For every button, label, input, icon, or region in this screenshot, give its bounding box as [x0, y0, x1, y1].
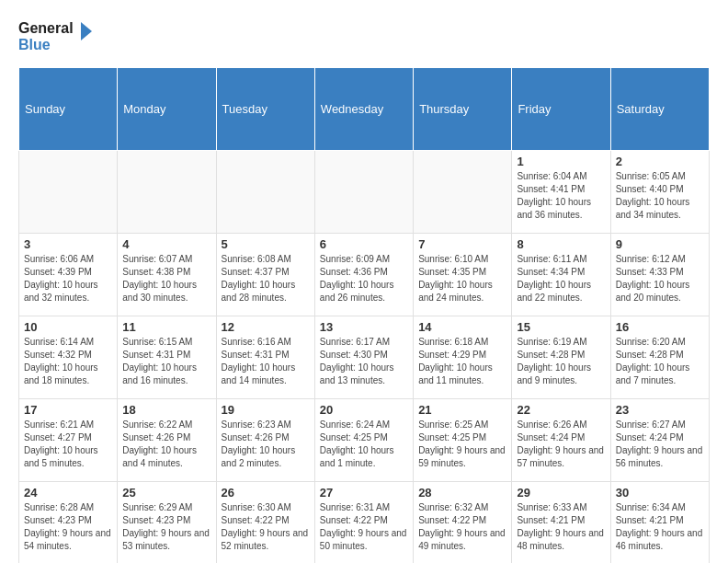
calendar-cell: 4Sunrise: 6:07 AM Sunset: 4:38 PM Daylig… [118, 234, 216, 316]
day-info: Sunrise: 6:15 AM Sunset: 4:31 PM Dayligh… [122, 336, 210, 387]
calendar-cell: 23Sunrise: 6:27 AM Sunset: 4:24 PM Dayli… [610, 399, 709, 482]
calendar-cell: 17Sunrise: 6:21 AM Sunset: 4:27 PM Dayli… [19, 399, 118, 482]
calendar-week-4: 17Sunrise: 6:21 AM Sunset: 4:27 PM Dayli… [19, 399, 710, 482]
day-info: Sunrise: 6:29 AM Sunset: 4:23 PM Dayligh… [122, 501, 210, 553]
calendar-cell [414, 151, 512, 234]
page-header: General Blue [18, 15, 710, 56]
calendar-cell: 16Sunrise: 6:20 AM Sunset: 4:28 PM Dayli… [610, 316, 709, 399]
calendar-body: 1Sunrise: 6:04 AM Sunset: 4:41 PM Daylig… [19, 151, 710, 564]
day-number: 8 [517, 237, 605, 251]
weekday-header-saturday: Saturday [610, 68, 709, 151]
calendar-cell: 2Sunrise: 6:05 AM Sunset: 4:40 PM Daylig… [610, 151, 709, 234]
weekday-header-tuesday: Tuesday [216, 68, 314, 151]
logo: General Blue [18, 15, 92, 56]
calendar-cell: 5Sunrise: 6:08 AM Sunset: 4:37 PM Daylig… [216, 234, 314, 316]
calendar-cell: 27Sunrise: 6:31 AM Sunset: 4:22 PM Dayli… [314, 482, 413, 564]
day-number: 4 [122, 237, 210, 251]
day-number: 29 [517, 486, 605, 500]
calendar-cell: 25Sunrise: 6:29 AM Sunset: 4:23 PM Dayli… [118, 482, 216, 564]
day-number: 17 [24, 403, 112, 417]
svg-text:General: General [18, 20, 74, 36]
day-info: Sunrise: 6:26 AM Sunset: 4:24 PM Dayligh… [517, 419, 605, 470]
day-number: 13 [320, 320, 408, 334]
day-number: 23 [616, 403, 704, 417]
page-container: General Blue SundayMondayTuesdayWednesda… [0, 0, 728, 563]
day-info: Sunrise: 6:14 AM Sunset: 4:32 PM Dayligh… [24, 336, 112, 387]
calendar-cell: 26Sunrise: 6:30 AM Sunset: 4:22 PM Dayli… [216, 482, 314, 564]
weekday-header-sunday: Sunday [19, 68, 118, 151]
day-info: Sunrise: 6:11 AM Sunset: 4:34 PM Dayligh… [517, 253, 605, 304]
calendar-cell: 30Sunrise: 6:34 AM Sunset: 4:21 PM Dayli… [610, 482, 709, 564]
day-info: Sunrise: 6:05 AM Sunset: 4:40 PM Dayligh… [616, 170, 704, 222]
weekday-header-thursday: Thursday [414, 68, 512, 151]
day-number: 28 [418, 486, 506, 500]
day-number: 26 [222, 486, 310, 500]
day-info: Sunrise: 6:18 AM Sunset: 4:29 PM Dayligh… [418, 336, 506, 387]
calendar-cell [314, 151, 413, 234]
calendar-cell [118, 151, 216, 234]
day-info: Sunrise: 6:08 AM Sunset: 4:37 PM Dayligh… [222, 253, 310, 304]
calendar-cell: 1Sunrise: 6:04 AM Sunset: 4:41 PM Daylig… [512, 151, 610, 234]
day-info: Sunrise: 6:22 AM Sunset: 4:26 PM Dayligh… [122, 419, 210, 470]
day-number: 3 [24, 237, 112, 251]
calendar-cell [19, 151, 118, 234]
calendar-cell: 14Sunrise: 6:18 AM Sunset: 4:29 PM Dayli… [414, 316, 512, 399]
calendar-week-2: 3Sunrise: 6:06 AM Sunset: 4:39 PM Daylig… [19, 234, 710, 316]
calendar-cell: 10Sunrise: 6:14 AM Sunset: 4:32 PM Dayli… [19, 316, 118, 399]
calendar-week-5: 24Sunrise: 6:28 AM Sunset: 4:23 PM Dayli… [19, 482, 710, 564]
day-info: Sunrise: 6:34 AM Sunset: 4:21 PM Dayligh… [616, 501, 704, 553]
calendar-cell: 3Sunrise: 6:06 AM Sunset: 4:39 PM Daylig… [19, 234, 118, 316]
day-number: 15 [517, 320, 605, 334]
weekday-header-wednesday: Wednesday [314, 68, 413, 151]
calendar-cell: 29Sunrise: 6:33 AM Sunset: 4:21 PM Dayli… [512, 482, 610, 564]
day-info: Sunrise: 6:24 AM Sunset: 4:25 PM Dayligh… [320, 419, 408, 470]
day-number: 12 [222, 320, 310, 334]
calendar-cell: 24Sunrise: 6:28 AM Sunset: 4:23 PM Dayli… [19, 482, 118, 564]
day-info: Sunrise: 6:19 AM Sunset: 4:28 PM Dayligh… [517, 336, 605, 387]
day-number: 21 [418, 403, 506, 417]
calendar-cell: 20Sunrise: 6:24 AM Sunset: 4:25 PM Dayli… [314, 399, 413, 482]
day-info: Sunrise: 6:06 AM Sunset: 4:39 PM Dayligh… [24, 253, 112, 304]
day-info: Sunrise: 6:17 AM Sunset: 4:30 PM Dayligh… [320, 336, 408, 387]
weekday-header-monday: Monday [118, 68, 216, 151]
calendar-cell: 13Sunrise: 6:17 AM Sunset: 4:30 PM Dayli… [314, 316, 413, 399]
calendar-cell: 6Sunrise: 6:09 AM Sunset: 4:36 PM Daylig… [314, 234, 413, 316]
calendar-cell: 15Sunrise: 6:19 AM Sunset: 4:28 PM Dayli… [512, 316, 610, 399]
calendar-cell: 12Sunrise: 6:16 AM Sunset: 4:31 PM Dayli… [216, 316, 314, 399]
day-number: 5 [222, 237, 310, 251]
day-info: Sunrise: 6:09 AM Sunset: 4:36 PM Dayligh… [320, 253, 408, 304]
day-info: Sunrise: 6:12 AM Sunset: 4:33 PM Dayligh… [616, 253, 704, 304]
day-number: 18 [122, 403, 210, 417]
day-number: 20 [320, 403, 408, 417]
weekday-header-friday: Friday [512, 68, 610, 151]
day-info: Sunrise: 6:30 AM Sunset: 4:22 PM Dayligh… [222, 501, 310, 553]
day-info: Sunrise: 6:16 AM Sunset: 4:31 PM Dayligh… [222, 336, 310, 387]
calendar-table: SundayMondayTuesdayWednesdayThursdayFrid… [18, 67, 710, 563]
calendar-cell: 7Sunrise: 6:10 AM Sunset: 4:35 PM Daylig… [414, 234, 512, 316]
calendar-week-1: 1Sunrise: 6:04 AM Sunset: 4:41 PM Daylig… [19, 151, 710, 234]
calendar-cell: 28Sunrise: 6:32 AM Sunset: 4:22 PM Dayli… [414, 482, 512, 564]
day-info: Sunrise: 6:20 AM Sunset: 4:28 PM Dayligh… [616, 336, 704, 387]
calendar-cell: 11Sunrise: 6:15 AM Sunset: 4:31 PM Dayli… [118, 316, 216, 399]
day-info: Sunrise: 6:28 AM Sunset: 4:23 PM Dayligh… [24, 501, 112, 553]
day-number: 11 [122, 320, 210, 334]
day-number: 27 [320, 486, 408, 500]
logo-svg: General Blue [18, 15, 92, 56]
calendar-cell: 21Sunrise: 6:25 AM Sunset: 4:25 PM Dayli… [414, 399, 512, 482]
day-number: 19 [222, 403, 310, 417]
day-number: 14 [418, 320, 506, 334]
day-number: 1 [517, 155, 605, 168]
day-info: Sunrise: 6:21 AM Sunset: 4:27 PM Dayligh… [24, 419, 112, 470]
svg-text:Blue: Blue [18, 37, 51, 52]
calendar-cell: 8Sunrise: 6:11 AM Sunset: 4:34 PM Daylig… [512, 234, 610, 316]
day-info: Sunrise: 6:27 AM Sunset: 4:24 PM Dayligh… [616, 419, 704, 470]
day-info: Sunrise: 6:31 AM Sunset: 4:22 PM Dayligh… [320, 501, 408, 553]
day-number: 30 [616, 486, 704, 500]
day-number: 2 [616, 155, 704, 168]
day-info: Sunrise: 6:25 AM Sunset: 4:25 PM Dayligh… [418, 419, 506, 470]
day-number: 25 [122, 486, 210, 500]
svg-marker-2 [81, 22, 92, 40]
calendar-cell [216, 151, 314, 234]
day-info: Sunrise: 6:07 AM Sunset: 4:38 PM Dayligh… [122, 253, 210, 304]
calendar-week-3: 10Sunrise: 6:14 AM Sunset: 4:32 PM Dayli… [19, 316, 710, 399]
